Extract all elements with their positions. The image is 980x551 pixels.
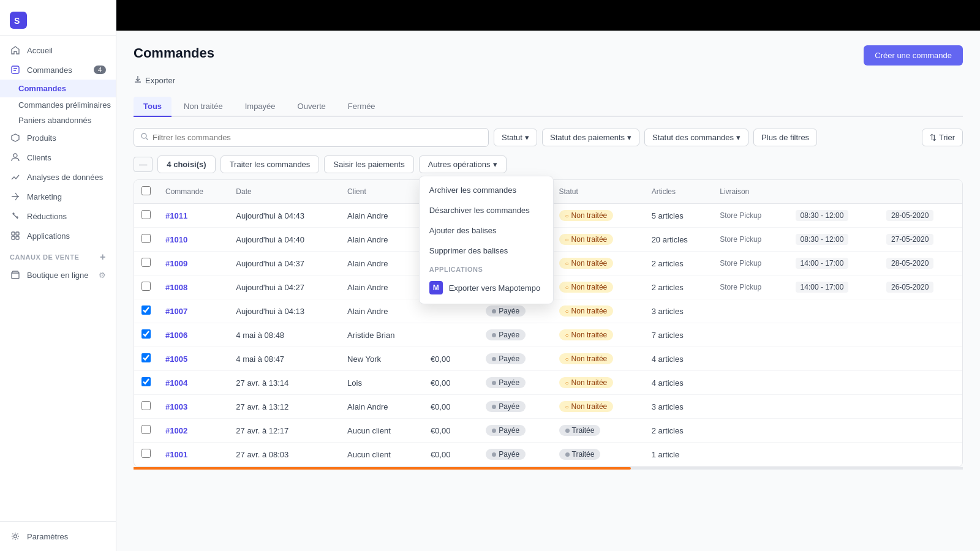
order-link[interactable]: #1003 [165,402,187,411]
table-row: #1005 4 mai à 08:47 New York €0,00 Payée… [134,347,962,371]
traiter-commandes-btn[interactable]: Traiter les commandes [221,156,320,173]
row-checkbox[interactable] [141,449,151,458]
tabs-bar: Tous Non traitée Impayée Ouverte Fermée [134,97,963,117]
row-checkbox[interactable] [141,234,151,243]
row-checkbox[interactable] [141,282,151,291]
create-order-button[interactable]: Créer une commande [864,45,963,66]
mapotempo-btn[interactable]: M Exporter vers Mapotempo [420,276,553,300]
sidebar-item-marketing[interactable]: Marketing [0,187,116,206]
row-checkbox-cell [134,347,158,371]
reductions-icon [10,211,21,222]
row-checkbox-cell [134,228,158,252]
order-link[interactable]: #1004 [165,378,187,388]
row-checkbox[interactable] [141,210,151,219]
order-timeslot-cell [788,371,879,395]
row-checkbox[interactable] [141,401,151,410]
order-link[interactable]: #1010 [165,235,187,244]
deselect-btn[interactable]: — [134,157,153,172]
tab-ouverte[interactable]: Ouverte [288,97,336,117]
statut-paiements-filter-btn[interactable]: Statut des paiements ▾ [542,129,639,146]
order-status-cell: Non traitée [552,347,644,371]
order-link[interactable]: #1001 [165,450,187,459]
parametres-label: Paramètres [27,532,68,541]
supprimer-balises-btn[interactable]: Supprimer des balises [420,241,553,261]
clients-icon [10,152,21,163]
order-link[interactable]: #1006 [165,331,187,340]
order-shipping-cell [712,299,788,323]
order-id-cell: #1004 [158,371,228,395]
sidebar-item-accueil[interactable]: Accueil [0,40,116,60]
payment-badge: Payée [486,377,526,388]
time-slot-badge: 14:00 - 17:00 [796,282,849,293]
delivery-date-badge: 28-05-2020 [886,210,933,221]
plus-filtres-btn[interactable]: Plus de filtres [753,129,817,146]
sidebar-sub-commandes[interactable]: Commandes [0,80,116,97]
tab-impayee[interactable]: Impayée [235,97,285,117]
tab-tous[interactable]: Tous [134,97,172,117]
order-shipping-cell: Store Pickup [712,252,788,276]
sort-icon: ⇅ [930,133,937,142]
search-input[interactable] [153,133,482,142]
add-canal-icon[interactable]: + [100,252,106,263]
svg-rect-5 [16,232,19,235]
order-date-cell: 4 mai à 08:47 [228,347,340,371]
select-all-checkbox[interactable] [141,186,151,195]
order-id-cell: #1005 [158,347,228,371]
tab-non-traitee[interactable]: Non traitée [174,97,233,117]
saisir-paiements-btn[interactable]: Saisir les paiements [324,156,413,173]
boutique-settings-icon[interactable]: ⚙ [99,271,106,280]
archiver-btn[interactable]: Archiver les commandes [420,180,553,200]
trier-btn[interactable]: ⇅ Trier [922,129,963,146]
order-articles-cell: 1 article [644,443,713,467]
mapotempo-icon: M [429,281,443,294]
tab-fermee[interactable]: Fermée [338,97,385,117]
row-checkbox[interactable] [141,425,151,434]
desarchiver-btn[interactable]: Désarchiver les commandes [420,200,553,220]
row-checkbox-cell [134,395,158,419]
sidebar-item-reductions[interactable]: Réductions [0,206,116,226]
row-checkbox[interactable] [141,377,151,386]
row-checkbox[interactable] [141,258,151,267]
sidebar-item-applications[interactable]: Applications [0,226,116,246]
sidebar-item-produits[interactable]: Produits [0,128,116,148]
sidebar-item-label: Accueil [27,46,53,55]
order-link[interactable]: #1002 [165,426,187,435]
row-checkbox[interactable] [141,305,151,315]
row-checkbox[interactable] [141,353,151,362]
order-link[interactable]: #1005 [165,354,187,364]
sidebar-item-parametres[interactable]: Paramètres [0,527,116,546]
order-id-cell: #1001 [158,443,228,467]
order-status-cell: Non traitée [552,204,644,228]
sidebar-applications-label: Applications [27,231,70,241]
payment-badge: Payée [486,401,526,412]
order-payment-cell: Payée [478,419,551,443]
sidebar-item-clients[interactable]: Clients [0,148,116,167]
status-badge: Non traitée [559,234,614,245]
order-delivery-date-cell: 28-05-2020 [879,252,962,276]
order-articles-cell: 3 articles [644,395,713,419]
order-articles-cell: 20 articles [644,228,713,252]
sidebar-item-analyses[interactable]: Analyses de données [0,167,116,187]
page-title: Commandes [134,45,214,61]
order-link[interactable]: #1007 [165,307,187,316]
canaux-section-title: CANAUX DE VENTE + [0,246,116,265]
order-link[interactable]: #1008 [165,283,187,292]
row-checkbox[interactable] [141,329,151,339]
sidebar-sub-paniers[interactable]: Paniers abandonnés [0,113,116,128]
order-date-cell: 4 mai à 08:48 [228,323,340,347]
statut-commandes-filter-btn[interactable]: Statut des commandes ▾ [644,129,748,146]
sidebar-item-boutique[interactable]: Boutique en ligne ⚙ [0,265,116,285]
order-link[interactable]: #1011 [165,211,187,220]
order-timeslot-cell: 08:30 - 12:00 [788,204,879,228]
sidebar-item-commandes[interactable]: Commandes 4 [0,60,116,80]
statut-filter-btn[interactable]: Statut ▾ [494,129,537,146]
order-id-cell: #1002 [158,419,228,443]
export-link[interactable]: Exporter [134,75,963,86]
order-shipping-cell: Store Pickup [712,228,788,252]
minus-icon: — [139,160,147,169]
sidebar-sub-prelim[interactable]: Commandes préliminaires [0,97,116,113]
ajouter-balises-btn[interactable]: Ajouter des balises [420,220,553,241]
order-link[interactable]: #1009 [165,259,187,268]
status-badge: Traitée [559,425,601,436]
autres-operations-btn[interactable]: Autres opérations ▾ [419,156,507,173]
